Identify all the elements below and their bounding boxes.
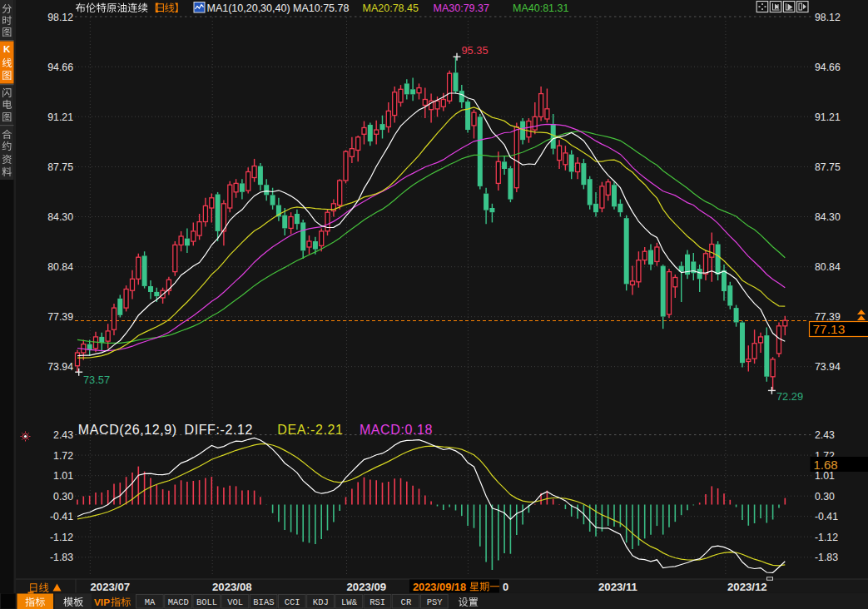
svg-text:BOLL: BOLL (196, 597, 217, 607)
svg-text:80.84: 80.84 (47, 261, 73, 273)
svg-text:2023/11: 2023/11 (598, 581, 637, 593)
svg-text:1.01: 1.01 (815, 470, 835, 482)
svg-text:84.30: 84.30 (815, 211, 841, 223)
svg-text:PSY: PSY (427, 597, 444, 607)
svg-text:MA10:75.78: MA10:75.78 (293, 2, 349, 14)
svg-text:80.84: 80.84 (815, 261, 841, 273)
svg-text:VOL: VOL (227, 597, 243, 607)
svg-text:91.21: 91.21 (815, 111, 841, 123)
svg-text:73.94: 73.94 (815, 361, 841, 373)
svg-text:73.94: 73.94 (47, 361, 73, 373)
svg-text:2.43: 2.43 (815, 429, 835, 441)
svg-text:MA1(10,20,30,40): MA1(10,20,30,40) (207, 2, 290, 14)
svg-text:MACD(26,12,9): MACD(26,12,9) (78, 423, 177, 437)
svg-text:1.72: 1.72 (53, 450, 73, 462)
svg-text:98.12: 98.12 (47, 12, 73, 23)
svg-text:KDJ: KDJ (313, 597, 329, 607)
svg-text:2023/12: 2023/12 (727, 581, 767, 593)
svg-text:2023/07: 2023/07 (91, 581, 131, 593)
svg-text:MACD: MACD (168, 597, 189, 607)
svg-text:-1.83: -1.83 (50, 552, 73, 563)
svg-text:-1.12: -1.12 (50, 532, 73, 543)
svg-text:77.13: 77.13 (813, 322, 846, 336)
svg-text:-1.12: -1.12 (815, 532, 838, 543)
svg-text:-0.41: -0.41 (50, 511, 73, 522)
svg-text:DEA:-2.21: DEA:-2.21 (277, 423, 343, 437)
svg-text:VIP: VIP (94, 597, 110, 608)
svg-text:BIAS: BIAS (253, 597, 274, 607)
svg-text:2023/09/18: 2023/09/18 (413, 581, 466, 593)
svg-text:RSI: RSI (370, 597, 385, 607)
svg-text:MA: MA (145, 597, 156, 607)
svg-text:MACD:0.18: MACD:0.18 (360, 423, 433, 437)
svg-text:94.66: 94.66 (47, 62, 73, 73)
svg-text:1.68: 1.68 (814, 458, 838, 472)
svg-text:0.30: 0.30 (815, 491, 835, 503)
svg-text:CCI: CCI (285, 597, 300, 607)
svg-text:72.29: 72.29 (776, 390, 803, 403)
svg-text:94.66: 94.66 (815, 62, 841, 73)
svg-text:2023/08: 2023/08 (212, 581, 252, 593)
svg-text:77.39: 77.39 (47, 311, 73, 323)
svg-text:K: K (3, 44, 11, 54)
svg-text:DIFF:-2.12: DIFF:-2.12 (185, 423, 253, 437)
svg-text:LW&: LW& (341, 597, 358, 607)
svg-text:91.21: 91.21 (47, 111, 73, 123)
svg-text:MA40:81.31: MA40:81.31 (513, 2, 568, 14)
svg-text:73.57: 73.57 (83, 374, 110, 386)
svg-text:87.75: 87.75 (815, 161, 841, 173)
svg-text:0: 0 (503, 581, 508, 593)
svg-text:1.01: 1.01 (53, 470, 73, 482)
svg-text:MA20:78.45: MA20:78.45 (363, 2, 419, 14)
svg-text:-0.41: -0.41 (815, 511, 838, 522)
svg-text:CR: CR (401, 597, 412, 607)
svg-text:95.35: 95.35 (462, 44, 489, 57)
svg-text:87.75: 87.75 (47, 161, 73, 173)
svg-text:2023/09: 2023/09 (347, 581, 387, 593)
svg-text:84.30: 84.30 (47, 211, 73, 223)
svg-text:-1.83: -1.83 (815, 552, 838, 563)
svg-text:0.30: 0.30 (53, 491, 73, 503)
svg-text:MA30:79.37: MA30:79.37 (434, 2, 489, 14)
svg-text:98.12: 98.12 (815, 12, 841, 23)
svg-text:2.43: 2.43 (53, 429, 73, 441)
